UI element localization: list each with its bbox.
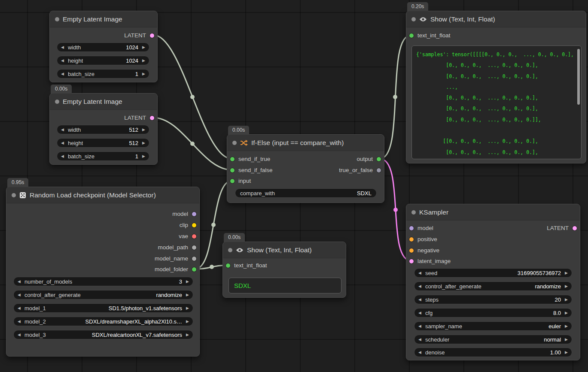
widget-batch-size[interactable]: ◀ batch_size 1 ▶ <box>57 69 149 79</box>
widget-model-2[interactable]: ◀ model_2 SDXL/dreamshaperXL_alpha2Xl10.… <box>13 317 193 326</box>
increment-arrow-icon[interactable]: ▶ <box>186 333 189 337</box>
link-midpoint-dot[interactable] <box>393 208 398 212</box>
link-midpoint-dot[interactable] <box>211 223 216 227</box>
increment-arrow-icon[interactable]: ▶ <box>186 306 189 310</box>
node-title-bar[interactable]: Empty Latent Image <box>50 94 157 110</box>
link-midpoint-dot[interactable] <box>393 95 397 99</box>
decrement-arrow-icon[interactable]: ◀ <box>418 324 421 328</box>
increment-arrow-icon[interactable]: ▶ <box>142 128 145 132</box>
widget-width[interactable]: ◀ width 1024 ▶ <box>57 42 149 52</box>
decrement-arrow-icon[interactable]: ◀ <box>61 128 64 132</box>
node-if-else[interactable]: 0.00s If-Else (input == compare_with) se… <box>227 134 384 203</box>
node-title-bar[interactable]: Empty Latent Image <box>50 11 157 27</box>
clip-output-dot[interactable] <box>192 223 196 227</box>
negative-input-dot[interactable] <box>409 248 414 253</box>
decrement-arrow-icon[interactable]: ◀ <box>61 45 64 49</box>
latent-image-input-dot[interactable] <box>409 259 414 263</box>
collapse-dot[interactable] <box>411 17 416 21</box>
model-output-dot[interactable] <box>192 212 196 216</box>
latent-output-dot[interactable] <box>150 33 154 38</box>
collapse-dot[interactable] <box>228 248 232 252</box>
collapse-dot[interactable] <box>55 17 59 21</box>
input-input-dot[interactable] <box>230 179 235 183</box>
widget-model-3[interactable]: ◀ model_3 SDXL/realcartoonXL_v7.safetens… <box>13 330 193 339</box>
widget-compare-with[interactable]: compare_with SDXL <box>235 188 377 198</box>
widget-number-of-models[interactable]: ◀ number_of_models 3 ▶ <box>13 277 193 286</box>
node-title-bar[interactable]: Random Load checkpoint (Model Selector) <box>6 187 199 203</box>
increment-arrow-icon[interactable]: ▶ <box>565 311 568 315</box>
true-or-false-output-dot[interactable] <box>377 168 381 172</box>
increment-arrow-icon[interactable]: ▶ <box>565 298 568 302</box>
collapse-dot[interactable] <box>232 141 237 145</box>
decrement-arrow-icon[interactable]: ◀ <box>18 333 21 337</box>
widget-width[interactable]: ◀ width 512 ▶ <box>57 125 149 134</box>
decrement-arrow-icon[interactable]: ◀ <box>418 298 421 302</box>
latent-output-dot[interactable] <box>573 226 577 230</box>
node-show-text-small[interactable]: 0.00s Show (Text, Int, Float) text_int_f… <box>222 242 346 298</box>
decrement-arrow-icon[interactable]: ◀ <box>61 154 64 158</box>
collapse-dot[interactable] <box>12 193 16 197</box>
increment-arrow-icon[interactable]: ▶ <box>565 271 568 275</box>
node-ksampler[interactable]: KSampler model LATENT positive negative … <box>406 204 580 360</box>
node-title-bar[interactable]: KSampler <box>406 204 580 221</box>
model-path-output-dot[interactable] <box>192 245 196 250</box>
widget-batch-size[interactable]: ◀ batch_size 1 ▶ <box>57 151 149 161</box>
output-output-dot[interactable] <box>377 157 381 161</box>
decrement-arrow-icon[interactable]: ◀ <box>18 306 21 310</box>
increment-arrow-icon[interactable]: ▶ <box>565 338 568 342</box>
widget-height[interactable]: ◀ height 512 ▶ <box>57 138 149 148</box>
node-empty-latent-image-2[interactable]: 0.00s Empty Latent Image LATENT ◀ width … <box>49 93 158 165</box>
increment-arrow-icon[interactable]: ▶ <box>565 284 568 288</box>
positive-input-dot[interactable] <box>409 237 414 242</box>
node-show-text-large[interactable]: 0.20s Show (Text, Int, Float) text_int_f… <box>406 11 586 163</box>
scrollbar-thumb[interactable] <box>577 49 580 105</box>
decrement-arrow-icon[interactable]: ◀ <box>18 280 21 284</box>
decrement-arrow-icon[interactable]: ◀ <box>61 141 64 145</box>
decrement-arrow-icon[interactable]: ◀ <box>61 72 64 76</box>
node-title-bar[interactable]: If-Else (input == compare_with) <box>227 135 384 151</box>
link-midpoint-dot[interactable] <box>210 265 214 269</box>
node-title-bar[interactable]: Show (Text, Int, Float) <box>223 242 346 258</box>
increment-arrow-icon[interactable]: ▶ <box>186 280 189 284</box>
widget-seed[interactable]: ◀ seed 31699055736972 ▶ <box>414 268 572 278</box>
increment-arrow-icon[interactable]: ▶ <box>142 154 145 158</box>
widget-steps[interactable]: ◀ steps 20 ▶ <box>414 295 572 304</box>
widget-control-after-generate[interactable]: ◀ control_after_generate randomize ▶ <box>414 281 572 291</box>
widget-control-after-generate[interactable]: ◀ control_after_generate randomize ▶ <box>13 290 193 299</box>
link-midpoint-dot[interactable] <box>190 95 195 99</box>
decrement-arrow-icon[interactable]: ◀ <box>61 59 64 63</box>
decrement-arrow-icon[interactable]: ◀ <box>418 271 421 275</box>
latent-output-dot[interactable] <box>150 116 154 120</box>
model-folder-output-dot[interactable] <box>192 267 196 272</box>
increment-arrow-icon[interactable]: ▶ <box>565 351 568 354</box>
increment-arrow-icon[interactable]: ▶ <box>142 72 145 76</box>
collapse-dot[interactable] <box>411 210 416 215</box>
widget-scheduler[interactable]: ◀ scheduler normal ▶ <box>414 335 572 344</box>
node-empty-latent-image-1[interactable]: Empty Latent Image LATENT ◀ width 1024 ▶… <box>49 11 158 82</box>
vae-output-dot[interactable] <box>192 234 196 239</box>
increment-arrow-icon[interactable]: ▶ <box>186 293 189 297</box>
increment-arrow-icon[interactable]: ▶ <box>186 320 189 324</box>
text-int-float-input-dot[interactable] <box>409 33 414 38</box>
increment-arrow-icon[interactable]: ▶ <box>565 324 568 328</box>
decrement-arrow-icon[interactable]: ◀ <box>18 293 21 297</box>
widget-cfg[interactable]: ◀ cfg 8.0 ▶ <box>414 308 572 318</box>
node-random-load-checkpoint[interactable]: 0.95s Random Load checkpoint (Model Sele… <box>6 187 200 357</box>
increment-arrow-icon[interactable]: ▶ <box>142 141 145 145</box>
increment-arrow-icon[interactable]: ▶ <box>142 59 145 63</box>
model-name-output-dot[interactable] <box>192 257 196 261</box>
decrement-arrow-icon[interactable]: ◀ <box>418 351 421 354</box>
node-title-bar[interactable]: Show (Text, Int, Float) <box>406 11 586 27</box>
show-text-area[interactable]: {'samples': tensor([[[[0., 0., 0., ..., … <box>411 45 582 159</box>
widget-height[interactable]: ◀ height 1024 ▶ <box>57 56 149 65</box>
widget-model-1[interactable]: ◀ model_1 SD1.5/photon_v1.safetensors ▶ <box>13 303 193 313</box>
show-text-area[interactable]: SDXL <box>228 278 341 293</box>
decrement-arrow-icon[interactable]: ◀ <box>418 284 421 288</box>
decrement-arrow-icon[interactable]: ◀ <box>418 311 421 315</box>
widget-sampler-name[interactable]: ◀ sampler_name euler ▶ <box>414 321 572 331</box>
text-int-float-input-dot[interactable] <box>226 263 230 268</box>
increment-arrow-icon[interactable]: ▶ <box>142 45 145 49</box>
decrement-arrow-icon[interactable]: ◀ <box>18 320 21 324</box>
widget-denoise[interactable]: ◀ denoise 1.00 ▶ <box>414 348 572 357</box>
decrement-arrow-icon[interactable]: ◀ <box>418 338 421 342</box>
